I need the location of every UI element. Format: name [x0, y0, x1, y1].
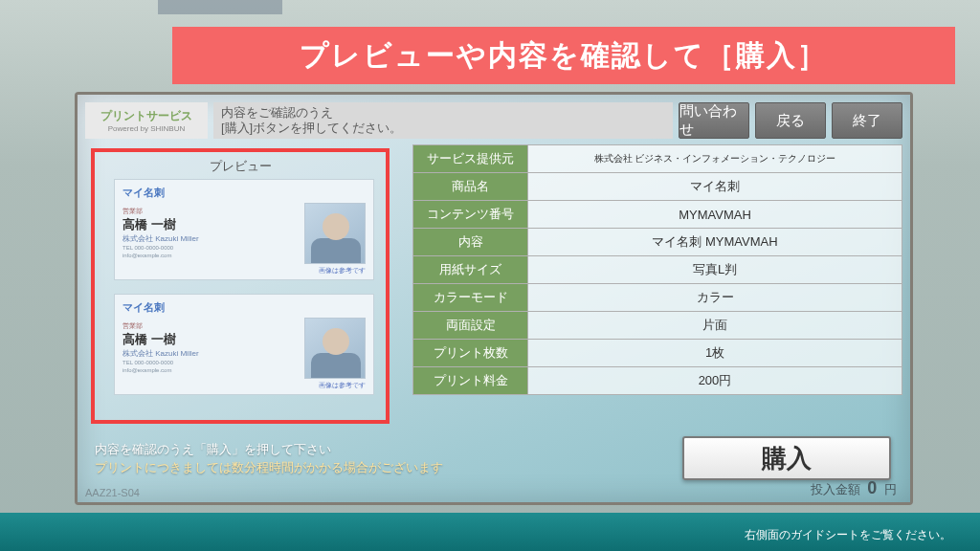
- amount-label: 投入金額: [811, 482, 860, 496]
- card-name: 高橋 一樹: [122, 216, 176, 233]
- detail-value: 1枚: [528, 340, 902, 367]
- instruction-line2: [購入]ボタンを押してください。: [221, 121, 665, 136]
- annotation-banner: プレビューや内容を確認して［購入］: [172, 27, 955, 84]
- detail-key: 両面設定: [413, 312, 528, 340]
- table-row: コンテンツ番号MYMAVMAH: [413, 201, 902, 229]
- preview-title: プレビュー: [95, 158, 386, 175]
- table-row: 用紙サイズ写真L判: [413, 256, 902, 284]
- detail-value: マイ名刺 MYMAVMAH: [528, 229, 902, 256]
- footer-line2: プリントにつきましては数分程時間がかかる場合がございます: [95, 458, 682, 477]
- detail-key: プリント料金: [413, 367, 528, 395]
- inquiry-button[interactable]: 問い合わせ: [679, 102, 749, 139]
- buy-button[interactable]: 購入: [682, 436, 891, 480]
- detail-value: 写真L判: [528, 256, 902, 284]
- card-photo: [304, 203, 366, 264]
- amount-unit: 円: [884, 482, 897, 496]
- preview-card: マイ名刺 営業部 高橋 一樹 株式会社 Kazuki Miller TEL 00…: [114, 179, 374, 280]
- instruction-line1: 内容をご確認のうえ: [221, 105, 665, 121]
- card-title: マイ名刺: [122, 186, 366, 200]
- card-tag: 営業部: [122, 207, 143, 216]
- preview-highlight-box: プレビュー マイ名刺 営業部 高橋 一樹 株式会社 Kazuki Miller …: [91, 148, 390, 424]
- footer-message: 内容を確認のうえ「購入」を押して下さい プリントにつきましては数分程時間がかかる…: [78, 440, 682, 477]
- card-name: 高橋 一樹: [122, 331, 176, 348]
- footer-line1: 内容を確認のうえ「購入」を押して下さい: [95, 440, 682, 459]
- header-row: プリントサービス Powered by SHINBUN 内容をご確認のうえ [購…: [85, 102, 902, 139]
- header-instruction: 内容をご確認のうえ [購入]ボタンを押してください。: [213, 102, 673, 139]
- card-caption: 画像は参考です: [319, 266, 366, 276]
- bezel-guide-label: 右側面のガイドシートをご覧ください。: [745, 527, 951, 543]
- detail-key: カラーモード: [413, 284, 528, 312]
- detail-value: 株式会社 ビジネス・インフォメーション・テクノロジー: [528, 145, 902, 173]
- table-row: 両面設定片面: [413, 312, 902, 340]
- card-title: マイ名刺: [122, 300, 366, 315]
- table-row: 商品名マイ名刺: [413, 173, 902, 201]
- card-caption: 画像は参考です: [319, 381, 366, 390]
- model-number: AAZ21-S04: [85, 487, 140, 498]
- exit-button[interactable]: 終了: [832, 102, 902, 139]
- card-tag: 営業部: [122, 321, 143, 331]
- table-row: プリント枚数1枚: [413, 340, 902, 367]
- back-button[interactable]: 戻る: [755, 102, 826, 139]
- logo-line2: Powered by SHINBUN: [108, 124, 185, 133]
- card-details: TEL 000-0000-0000info@example.com: [122, 360, 173, 375]
- preview-cards: マイ名刺 営業部 高橋 一樹 株式会社 Kazuki Miller TEL 00…: [114, 179, 374, 408]
- detail-key: 用紙サイズ: [413, 256, 528, 284]
- main-area: プレビュー マイ名刺 営業部 高橋 一樹 株式会社 Kazuki Miller …: [85, 144, 902, 431]
- kiosk-screen: プリントサービス Powered by SHINBUN 内容をご確認のうえ [購…: [78, 95, 910, 502]
- photo-smudge: [158, 0, 282, 14]
- table-row: 内容マイ名刺 MYMAVMAH: [413, 229, 902, 256]
- detail-key: 商品名: [413, 173, 528, 201]
- detail-key: プリント枚数: [413, 340, 528, 367]
- preview-card: マイ名刺 営業部 高橋 一樹 株式会社 Kazuki Miller TEL 00…: [114, 294, 374, 395]
- kiosk-bezel: プリントサービス Powered by SHINBUN 内容をご確認のうえ [購…: [75, 92, 913, 505]
- footer-row: 内容を確認のうえ「購入」を押して下さい プリントにつきましては数分程時間がかかる…: [78, 433, 910, 483]
- card-photo: [304, 318, 366, 379]
- table-row: サービス提供元株式会社 ビジネス・インフォメーション・テクノロジー: [413, 145, 902, 173]
- service-logo: プリントサービス Powered by SHINBUN: [85, 102, 208, 139]
- card-eng: 株式会社 Kazuki Miller: [122, 348, 199, 359]
- preview-pane: プレビュー マイ名刺 営業部 高橋 一樹 株式会社 Kazuki Miller …: [85, 144, 403, 431]
- detail-value: マイ名刺: [528, 173, 902, 201]
- table-row: カラーモードカラー: [413, 284, 902, 312]
- detail-key: サービス提供元: [413, 145, 528, 173]
- card-eng: 株式会社 Kazuki Miller: [122, 233, 199, 244]
- detail-value: カラー: [528, 284, 902, 312]
- details-pane: サービス提供元株式会社 ビジネス・インフォメーション・テクノロジー商品名マイ名刺…: [412, 144, 902, 431]
- physical-bezel-strip: 右側面のガイドシートをご覧ください。: [0, 513, 980, 551]
- logo-line1: プリントサービス: [100, 108, 192, 124]
- card-details: TEL 000-0000-0000info@example.com: [122, 245, 173, 260]
- detail-value: 200円: [528, 367, 902, 395]
- details-table: サービス提供元株式会社 ビジネス・インフォメーション・テクノロジー商品名マイ名刺…: [412, 144, 902, 395]
- amount-value: 0: [867, 478, 877, 497]
- detail-value: MYMAVMAH: [528, 201, 902, 229]
- detail-value: 片面: [528, 312, 902, 340]
- detail-key: 内容: [413, 229, 528, 256]
- inserted-amount: 投入金額 0 円: [811, 478, 897, 498]
- detail-key: コンテンツ番号: [413, 201, 528, 229]
- table-row: プリント料金200円: [413, 367, 902, 395]
